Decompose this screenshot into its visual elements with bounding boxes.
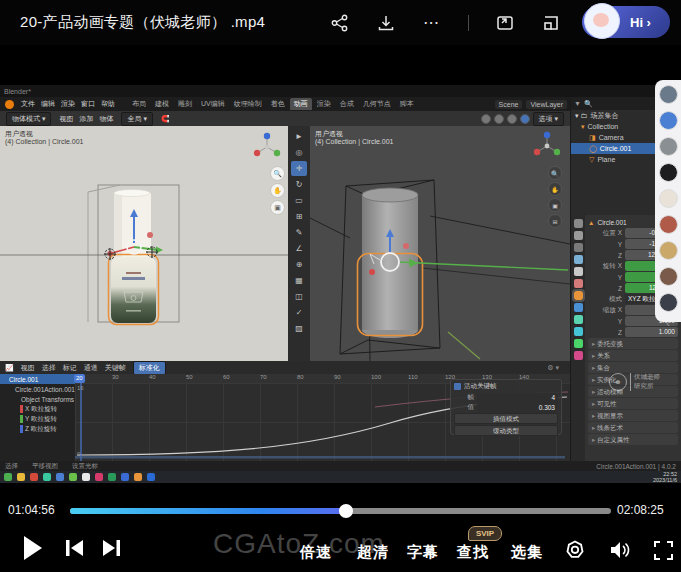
workspace-tab[interactable]: 渲染 bbox=[313, 98, 335, 110]
play-button[interactable] bbox=[20, 534, 46, 562]
workspace-tab[interactable]: 布局 bbox=[128, 98, 150, 110]
channel-row[interactable]: Object Transforms bbox=[0, 394, 75, 404]
blender-logo-icon[interactable] bbox=[5, 100, 14, 109]
object-tab-icon[interactable] bbox=[574, 291, 583, 300]
taskbar-app-icon[interactable] bbox=[30, 473, 38, 481]
download-icon[interactable] bbox=[376, 13, 396, 33]
taskbar-app-icon[interactable] bbox=[43, 473, 51, 481]
workspace-tab[interactable]: 脚本 bbox=[396, 98, 418, 110]
tool-button[interactable]: ⊕ bbox=[291, 257, 307, 272]
taskbar-app-icon[interactable] bbox=[69, 473, 77, 481]
viewport-menu-item[interactable]: 物体 bbox=[99, 114, 113, 124]
quality-button[interactable]: 超清 bbox=[357, 543, 389, 562]
camera-view-button[interactable]: ▣ bbox=[548, 198, 562, 212]
workspace-tab[interactable]: 着色 bbox=[267, 98, 289, 110]
taskbar-app-icon[interactable] bbox=[4, 473, 12, 481]
taskbar-app-icon[interactable] bbox=[147, 473, 155, 481]
taskbar-app-icon[interactable] bbox=[134, 473, 142, 481]
progress-thumb[interactable] bbox=[339, 504, 353, 518]
graph-menu-item[interactable]: 关键帧 bbox=[105, 363, 126, 373]
wireframe-shading-icon[interactable] bbox=[481, 114, 491, 124]
progress-bar[interactable] bbox=[70, 508, 611, 514]
channel-row[interactable]: Circle.001 bbox=[0, 374, 75, 384]
menu-item[interactable]: 编辑 bbox=[41, 99, 55, 109]
normalize-toggle[interactable]: 标准化 bbox=[133, 361, 166, 375]
material-shading-icon[interactable] bbox=[507, 114, 517, 124]
solid-shading-icon[interactable] bbox=[494, 114, 504, 124]
workspace-tab[interactable]: 建模 bbox=[151, 98, 173, 110]
property-section-header[interactable]: 集合 bbox=[588, 362, 678, 373]
next-episode-button[interactable] bbox=[100, 538, 122, 558]
volume-icon[interactable] bbox=[608, 539, 632, 561]
taskbar-app-icon[interactable] bbox=[108, 473, 116, 481]
graph-menu-item[interactable]: 标记 bbox=[63, 363, 77, 373]
modifier-tab-icon[interactable] bbox=[574, 303, 583, 312]
tool-button[interactable]: ✛ bbox=[291, 161, 307, 176]
taskbar-app-icon[interactable] bbox=[121, 473, 129, 481]
viewlayer-selector[interactable]: ViewLayer bbox=[526, 100, 567, 109]
panel-field[interactable]: 值 0.303 bbox=[454, 403, 558, 412]
collapse-chevron-icon[interactable]: ‹ bbox=[666, 319, 670, 327]
mode-dropdown[interactable]: 物体模式 ▾ bbox=[6, 112, 51, 126]
workspace-tab[interactable]: 雕刻 bbox=[174, 98, 196, 110]
property-section-header[interactable]: 关系 bbox=[588, 350, 678, 361]
viewport-menu-item[interactable]: 添加 bbox=[79, 114, 93, 124]
editor-type-icon[interactable]: 📈 bbox=[5, 364, 14, 372]
zoom-viewport-button[interactable]: 🔍 bbox=[270, 166, 285, 181]
physics-tab-icon[interactable] bbox=[574, 327, 583, 336]
panel-checkbox[interactable] bbox=[454, 383, 461, 390]
property-section-header[interactable]: 委托变换 bbox=[588, 338, 678, 349]
playhead-frame-badge[interactable]: 20 bbox=[74, 374, 85, 383]
mini-window-icon[interactable] bbox=[541, 13, 561, 33]
scene-tab-icon[interactable] bbox=[574, 267, 583, 276]
tool-tab-icon[interactable] bbox=[574, 219, 583, 228]
chat-avatar[interactable] bbox=[659, 241, 678, 260]
taskbar-app-icon[interactable] bbox=[17, 473, 25, 481]
taskbar-app-icon[interactable] bbox=[82, 473, 90, 481]
tool-button[interactable]: ▨ bbox=[291, 321, 307, 336]
channel-row[interactable]: Z 欧拉旋转 bbox=[0, 424, 75, 434]
viewport-menu-item[interactable]: 视图 bbox=[59, 114, 73, 124]
scale-field[interactable]: Z 1.000 bbox=[588, 327, 678, 337]
subtitles-button[interactable]: 字幕 bbox=[407, 543, 439, 562]
navigation-gizmo[interactable] bbox=[252, 132, 282, 162]
workspace-tab[interactable]: UV编辑 bbox=[197, 98, 229, 110]
panel-field[interactable]: 帧 4 bbox=[454, 393, 558, 402]
account-hi-button[interactable]: Hi › bbox=[582, 6, 670, 38]
property-section-header[interactable]: 自定义属性 bbox=[588, 434, 678, 445]
tool-button[interactable]: ◎ bbox=[291, 145, 307, 160]
tool-button[interactable]: ▦ bbox=[291, 273, 307, 288]
rendered-shading-icon[interactable] bbox=[520, 114, 530, 124]
menu-item[interactable]: 窗口 bbox=[81, 99, 95, 109]
channel-row[interactable]: Y 欧拉旋转 bbox=[0, 414, 75, 424]
graph-filter-icons[interactable]: ⚙ ▾ bbox=[547, 364, 559, 372]
channel-row[interactable]: X 欧拉旋转 bbox=[0, 404, 75, 414]
object-data-tab-icon[interactable] bbox=[574, 339, 583, 348]
channel-row[interactable]: Circle.001Action.001 bbox=[0, 384, 75, 394]
options-dropdown[interactable]: 选项 ▾ bbox=[533, 112, 564, 126]
property-section-header[interactable]: 可见性 bbox=[588, 398, 678, 409]
menu-item[interactable]: 文件 bbox=[21, 99, 35, 109]
outliner-filter-icon[interactable]: ▼ bbox=[574, 100, 581, 107]
pan-viewport-button[interactable]: ✋ bbox=[548, 182, 562, 196]
workspace-tab[interactable]: 几何节点 bbox=[359, 98, 395, 110]
workspace-tab[interactable]: 动画 bbox=[290, 98, 312, 110]
share-icon[interactable] bbox=[330, 13, 350, 33]
tool-button[interactable]: ► bbox=[291, 129, 307, 144]
tool-button[interactable]: ↻ bbox=[291, 177, 307, 192]
system-tray[interactable]: 22:52 2023/11/6 bbox=[653, 471, 677, 483]
settings-icon[interactable] bbox=[564, 539, 586, 561]
graph-menu-item[interactable]: 视图 bbox=[21, 363, 35, 373]
tool-button[interactable]: ▭ bbox=[291, 193, 307, 208]
chat-avatar[interactable] bbox=[659, 163, 678, 182]
panel-button[interactable]: 插值模式 bbox=[454, 413, 558, 424]
more-options-icon[interactable]: ⋯ bbox=[422, 13, 442, 33]
pan-viewport-button[interactable]: ✋ bbox=[270, 183, 285, 198]
right-3d-viewport[interactable]: 用户透视 (4) Collection | Circle.001 🔍 ✋ ▣ ⊞ bbox=[310, 126, 570, 361]
search-button[interactable]: 查找 bbox=[457, 543, 489, 562]
tool-button[interactable]: ◫ bbox=[291, 289, 307, 304]
tool-button[interactable]: ✓ bbox=[291, 305, 307, 320]
property-section-header[interactable]: 线条艺术 bbox=[588, 422, 678, 433]
episodes-button[interactable]: 选集 bbox=[511, 543, 543, 562]
graph-menu-item[interactable]: 选择 bbox=[42, 363, 56, 373]
